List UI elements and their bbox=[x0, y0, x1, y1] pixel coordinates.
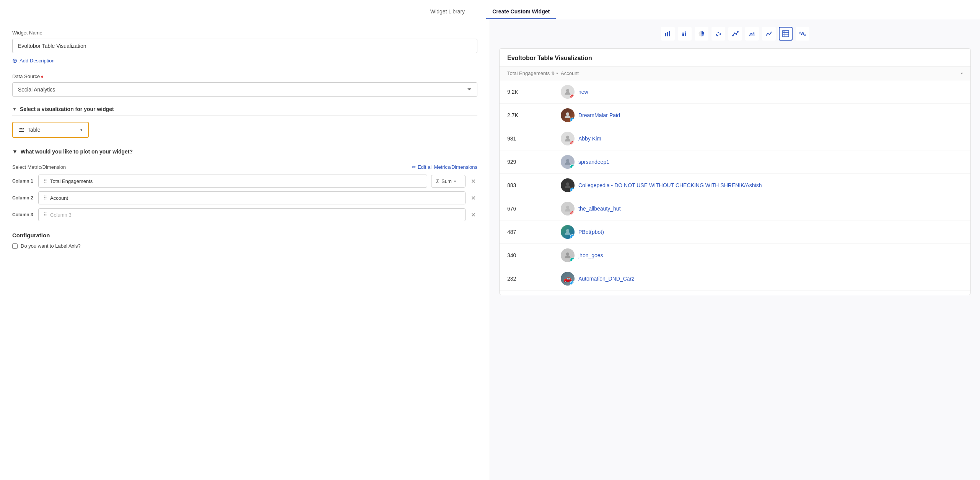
engagement-value: 340 bbox=[507, 252, 561, 258]
avatar: P bbox=[561, 132, 575, 145]
widget-name-input[interactable] bbox=[12, 39, 477, 53]
label-axis-row: Do you want to Label Axis? bbox=[12, 243, 477, 249]
table-row: 487 t PBot(pbot) bbox=[500, 220, 970, 244]
tab-widget-library[interactable]: Widget Library bbox=[424, 5, 471, 19]
svg-rect-1 bbox=[667, 32, 668, 36]
platform-badge: t bbox=[570, 164, 575, 169]
svg-rect-2 bbox=[669, 31, 670, 36]
account-cell: f Collegepedia - DO NOT USE WITHOUT CHEC… bbox=[561, 178, 963, 192]
line-chart-button[interactable] bbox=[762, 27, 776, 41]
drag-handle-icon: ⠿ bbox=[43, 212, 47, 218]
pencil-icon: ✏ bbox=[412, 164, 416, 170]
table-row: 981 P Abby Kim bbox=[500, 127, 970, 150]
config-section: Configuration Do you want to Label Axis? bbox=[12, 232, 477, 249]
table-row: 340 t jhon_goes bbox=[500, 244, 970, 267]
engagement-value: 929 bbox=[507, 159, 561, 165]
svg-point-22 bbox=[566, 113, 569, 116]
account-chevron-icon[interactable]: ▾ bbox=[961, 71, 963, 75]
account-name[interactable]: DreamMalar Paid bbox=[578, 112, 620, 118]
account-name[interactable]: new bbox=[578, 89, 588, 95]
table-row: 192 🐶 ds_nice bbox=[500, 291, 970, 295]
account-cell: 🚗 f Automation_DND_Carz bbox=[561, 272, 963, 286]
preview-card: Evoltobor Table Visualization Total Enga… bbox=[499, 48, 971, 295]
area-chart-button[interactable] bbox=[745, 27, 759, 41]
left-panel: Widget Name ⊕ Add Description Data Sourc… bbox=[0, 19, 490, 480]
account-name[interactable]: Automation_DND_Carz bbox=[578, 276, 634, 282]
avatar: 🚗 f bbox=[561, 272, 575, 286]
svg-rect-4 bbox=[682, 33, 684, 34]
engagement-value: 981 bbox=[507, 136, 561, 142]
table-row: 232 🚗 f Automation_DND_Carz bbox=[500, 267, 970, 291]
filter-chevron-icon[interactable]: ▾ bbox=[556, 71, 558, 75]
account-cell: t jhon_goes bbox=[561, 248, 963, 262]
svg-point-27 bbox=[566, 229, 569, 232]
table-row: 676 P the_allbeauty_hut bbox=[500, 197, 970, 220]
label-axis-checkbox[interactable] bbox=[12, 243, 18, 249]
sigma-icon: Σ bbox=[436, 178, 439, 184]
svg-point-26 bbox=[566, 206, 569, 209]
table-chart-button[interactable] bbox=[779, 27, 793, 41]
avatar: t bbox=[561, 108, 575, 122]
avatar: f bbox=[561, 178, 575, 192]
col2-input[interactable]: ⠿ Account bbox=[38, 191, 466, 204]
bar-chart-button[interactable] bbox=[661, 27, 675, 41]
platform-badge: f bbox=[570, 281, 575, 286]
svg-point-9 bbox=[718, 32, 719, 33]
avatar: t bbox=[561, 248, 575, 262]
config-title: Configuration bbox=[12, 232, 477, 238]
account-name[interactable]: sprsandeep1 bbox=[578, 159, 609, 165]
account-name[interactable]: Collegepedia - DO NOT USE WITHOUT CHECKI… bbox=[578, 182, 762, 188]
table-row: 9.2K P new bbox=[500, 80, 970, 104]
account-cell: t sprsandeep1 bbox=[561, 155, 963, 169]
metric-dimension-label: Select Metric/Dimension bbox=[12, 164, 66, 170]
word-cloud-button[interactable]: ᵈWo bbox=[796, 27, 809, 41]
platform-badge: t bbox=[570, 258, 575, 262]
col-total-engagements-header: Total Engagements ⇅ ▾ bbox=[507, 70, 561, 76]
engagement-value: 232 bbox=[507, 276, 561, 282]
account-name[interactable]: PBot(pbot) bbox=[578, 229, 604, 235]
svg-rect-20 bbox=[783, 31, 785, 32]
table-header-row: Total Engagements ⇅ ▾ Account ▾ bbox=[500, 67, 970, 80]
col3-input[interactable]: ⠿ Column 3 bbox=[38, 208, 466, 221]
preview-title: Evoltobor Table Visualization bbox=[500, 49, 970, 67]
avatar: t bbox=[561, 225, 575, 239]
viz-selector-button[interactable]: 🗃 Table ▾ bbox=[12, 122, 89, 138]
viz-selected-label: Table bbox=[28, 127, 40, 133]
edit-metrics-button[interactable]: ✏ Edit all Metrics/Dimensions bbox=[412, 164, 477, 170]
add-description-button[interactable]: ⊕ Add Description bbox=[12, 57, 477, 64]
col1-input[interactable]: ⠿ Total Engagements bbox=[38, 175, 427, 188]
viz-arrow-icon: ▼ bbox=[12, 106, 17, 112]
pie-chart-button[interactable] bbox=[695, 27, 708, 41]
stacked-bar-button[interactable] bbox=[678, 27, 692, 41]
avatar: t bbox=[561, 155, 575, 169]
platform-badge: P bbox=[570, 211, 575, 216]
svg-point-28 bbox=[566, 253, 569, 256]
account-cell: t PBot(pbot) bbox=[561, 225, 963, 239]
line-scatter-button[interactable] bbox=[728, 27, 742, 41]
svg-rect-6 bbox=[685, 31, 686, 33]
col2-remove-button[interactable]: ✕ bbox=[469, 193, 477, 203]
tab-create-custom-widget[interactable]: Create Custom Widget bbox=[486, 5, 556, 19]
platform-badge: P bbox=[570, 141, 575, 145]
viz-section-label: Select a visualization for your widget bbox=[20, 106, 114, 112]
account-name[interactable]: Abby Kim bbox=[578, 136, 601, 142]
main-layout: Widget Name ⊕ Add Description Data Sourc… bbox=[0, 19, 980, 480]
chevron-down-icon: ▾ bbox=[80, 127, 83, 132]
engagement-value: 676 bbox=[507, 206, 561, 212]
account-cell: P new bbox=[561, 85, 963, 99]
column-2-row: Column 2 ⠿ Account ✕ bbox=[12, 191, 477, 204]
data-source-select[interactable]: Social Analytics bbox=[12, 82, 477, 97]
col1-aggregation-dropdown[interactable]: Σ Sum ▾ bbox=[431, 175, 466, 188]
add-description-label: Add Description bbox=[20, 58, 55, 64]
svg-rect-3 bbox=[682, 34, 684, 36]
edit-metrics-label: Edit all Metrics/Dimensions bbox=[418, 164, 477, 170]
plot-arrow-icon: ▼ bbox=[12, 149, 18, 155]
metric-section-header: Select Metric/Dimension ✏ Edit all Metri… bbox=[12, 164, 477, 170]
col1-remove-button[interactable]: ✕ bbox=[469, 176, 477, 186]
table-data-container: 9.2K P new 2.7K bbox=[500, 80, 970, 295]
col3-remove-button[interactable]: ✕ bbox=[469, 210, 477, 220]
account-name[interactable]: jhon_goes bbox=[578, 252, 603, 258]
sort-icon[interactable]: ⇅ bbox=[551, 71, 555, 76]
scatter-button[interactable] bbox=[711, 27, 725, 41]
account-name[interactable]: the_allbeauty_hut bbox=[578, 206, 621, 212]
